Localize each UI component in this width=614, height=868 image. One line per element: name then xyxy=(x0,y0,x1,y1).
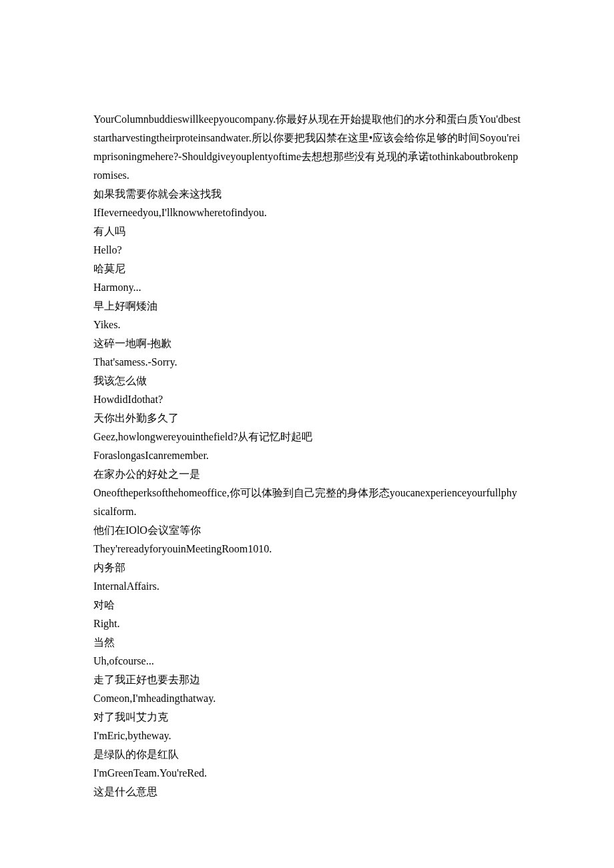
text-line: HowdidIdothat? xyxy=(93,390,521,409)
text-line: 他们在IOlO会议室等你 xyxy=(93,521,521,540)
text-line: 是绿队的你是红队 xyxy=(93,745,521,764)
text-line: 哈莫尼 xyxy=(93,260,521,278)
text-line: Harmony... xyxy=(93,278,521,297)
text-line: Geez,howlongwereyouinthefield?从有记忆时起吧 xyxy=(93,428,521,446)
text-line: 对了我叫艾力克 xyxy=(93,708,521,727)
text-line: 对哈 xyxy=(93,596,521,614)
text-line: YourColumnbuddieswillkeepyoucompany.你最好从… xyxy=(93,110,521,185)
text-line: Uh,ofcourse... xyxy=(93,652,521,671)
text-line: 走了我正好也要去那边 xyxy=(93,671,521,689)
text-line: 在家办公的好处之一是 xyxy=(93,465,521,484)
text-line: 天你出外勤多久了 xyxy=(93,409,521,428)
text-line: 如果我需要你就会来这找我 xyxy=(93,185,521,203)
text-line: Yikes. xyxy=(93,316,521,334)
text-line: InternalAffairs. xyxy=(93,577,521,596)
text-line: Comeon,I'mheadingthatway. xyxy=(93,689,521,708)
text-block: YourColumnbuddieswillkeepyoucompany.你最好从… xyxy=(93,110,521,801)
text-line: Oneoftheperksofthehomeoffice,你可以体验到自己完整的… xyxy=(93,484,521,521)
document-page: YourColumnbuddieswillkeepyoucompany.你最好从… xyxy=(0,0,614,868)
text-line: 内务部 xyxy=(93,558,521,577)
text-line: They'rereadyforyouinMeetingRoom1010. xyxy=(93,540,521,558)
text-line: 有人吗 xyxy=(93,222,521,241)
text-line: 早上好啊矮油 xyxy=(93,297,521,316)
text-line: 当然 xyxy=(93,633,521,652)
text-line: That'samess.-Sorry. xyxy=(93,353,521,372)
text-line: Right. xyxy=(93,614,521,633)
text-line: Hello? xyxy=(93,241,521,260)
text-line: I'mGreenTeam.You'reRed. xyxy=(93,764,521,783)
text-line: IfIeverneedyou,I'llknowwheretofindyou. xyxy=(93,203,521,222)
text-line: 这碎一地啊-抱歉 xyxy=(93,334,521,353)
text-line: 这是什么意思 xyxy=(93,783,521,801)
text-line: 我该怎么做 xyxy=(93,372,521,390)
text-line: ForaslongasIcanremember. xyxy=(93,446,521,465)
text-line: I'mEric,bytheway. xyxy=(93,727,521,745)
